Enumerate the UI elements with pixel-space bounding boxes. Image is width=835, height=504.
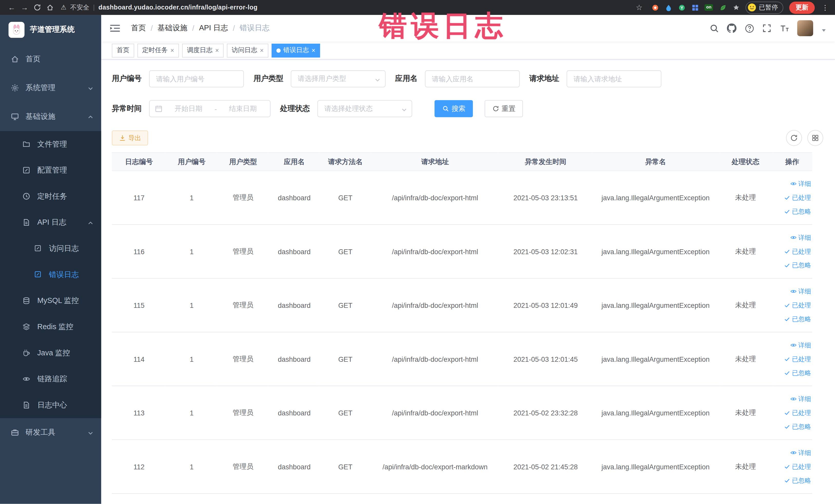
mark-processed-link[interactable]: 已处理 [772,244,811,258]
mark-processed-link[interactable]: 已处理 [772,406,811,420]
reload-icon[interactable] [31,2,44,13]
user-avatar[interactable] [797,20,813,36]
gear-icon [11,84,19,92]
mark-ignored-link[interactable]: 已忽略 [772,205,811,219]
profile-chip[interactable]: 已暂停 [746,1,783,14]
sidebar-item-redis-monitor[interactable]: Redis 监控 [0,314,101,340]
tab-home[interactable]: 首页 [112,43,134,57]
chrome-right-cluster: ☆ on 已暂停 更新 ⋮ [633,1,830,14]
detail-link[interactable]: 详细 [772,446,811,460]
breadcrumb-item-error-log: 错误日志 [240,23,269,33]
document-icon [22,218,31,227]
omnibox-divider: | [93,4,95,11]
font-size-icon[interactable] [779,23,789,33]
top-navbar: 首页 / 基础设施 / API 日志 / 错误日志 [101,15,835,42]
browser-menu-icon[interactable]: ⋮ [821,3,830,11]
omnibox[interactable]: ⚠ 不安全 | dashboard.yudao.iocoder.cn/infra… [61,3,258,12]
eye-icon [22,375,31,383]
export-button[interactable]: 导出 [112,130,148,145]
tab-close-icon[interactable]: × [260,47,264,54]
user-id-input[interactable] [149,70,244,87]
tab-close-icon[interactable]: × [312,47,315,54]
mark-ignored-label: 已忽略 [792,420,811,434]
tab-access-log[interactable]: 访问日志 × [227,43,268,57]
help-icon[interactable] [745,23,754,33]
back-icon[interactable]: ← [5,2,18,13]
search-icon[interactable] [709,23,719,33]
process-status-select[interactable]: 请选择处理状态 [317,100,412,117]
sidebar-item-config-management[interactable]: 配置管理 [0,157,101,183]
detail-link[interactable]: 详细 [772,177,811,191]
sidebar-item-scheduled-tasks[interactable]: 定时任务 [0,183,101,209]
request-url-input[interactable] [567,70,661,87]
breadcrumb-separator: / [192,24,194,32]
tab-error-log[interactable]: 错误日志 × [271,43,320,57]
mark-processed-link[interactable]: 已处理 [772,298,811,312]
mark-ignored-link[interactable]: 已忽略 [772,312,811,326]
tab-close-icon[interactable]: × [170,47,174,54]
date-range-picker[interactable]: 开始日期 - 结束日期 [149,100,270,117]
sidebar-item-file-management[interactable]: 文件管理 [0,131,101,157]
caret-down-icon[interactable] [821,26,827,31]
forward-icon[interactable]: → [18,2,31,13]
hamburger-icon[interactable] [109,24,120,32]
breadcrumb-item-home[interactable]: 首页 [131,23,146,33]
check-icon [784,463,790,470]
column-header-time: 异常发生时间 [499,153,592,171]
sidebar-item-home[interactable]: 首页 [0,45,101,74]
mark-ignored-link[interactable]: 已忽略 [772,258,811,272]
date-range-separator: - [215,105,217,113]
sidebar-item-access-log[interactable]: 访问日志 [0,236,101,262]
column-header-log-id: 日志编号 [112,153,166,171]
extension-on-badge[interactable]: on [705,4,713,11]
cell-time: 2021-05-03 12:02:31 [499,224,592,278]
mark-processed-link[interactable]: 已处理 [772,352,811,366]
detail-link[interactable]: 详细 [772,284,811,298]
extension-orange-icon[interactable] [651,4,659,11]
sidebar-item-infrastructure[interactable]: 基础设施 [0,102,101,131]
column-settings-button[interactable] [807,130,823,146]
mark-ignored-link[interactable]: 已忽略 [772,366,811,380]
extension-grid-icon[interactable] [691,4,699,11]
fullscreen-icon[interactable] [762,23,772,33]
mark-processed-link[interactable]: 已处理 [772,460,811,473]
search-button[interactable]: 搜索 [434,100,473,117]
refresh-table-button[interactable] [786,130,802,146]
reset-button-label: 重置 [502,104,515,114]
home-icon[interactable] [44,2,57,13]
sidebar-item-error-log[interactable]: 错误日志 [0,262,101,288]
extension-green-y-icon[interactable] [678,4,685,11]
url-text[interactable]: dashboard.yudao.iocoder.cn/infra/log/api… [99,4,258,11]
detail-link[interactable]: 详细 [772,338,811,352]
tab-close-icon[interactable]: × [215,47,219,54]
extension-star-icon[interactable] [732,4,740,11]
extension-leaf-icon[interactable] [719,4,727,11]
mark-ignored-link[interactable]: 已忽略 [772,473,811,487]
sidebar-item-system-management[interactable]: 系统管理 [0,74,101,102]
reset-button[interactable]: 重置 [485,100,523,117]
mark-ignored-link[interactable]: 已忽略 [772,420,811,434]
tab-scheduled-tasks[interactable]: 定时任务 × [137,43,179,57]
sidebar-item-mysql-monitor[interactable]: MySQL 监控 [0,287,101,314]
app-logo[interactable]: 芋道管理系统 [0,15,101,45]
github-icon[interactable] [727,23,736,33]
sidebar-item-link-tracing[interactable]: 链路追踪 [0,366,101,392]
detail-link[interactable]: 详细 [772,230,811,244]
check-icon [784,194,790,201]
breadcrumb-item-api-log[interactable]: API 日志 [199,23,228,33]
cell-status: 未处理 [719,171,772,225]
app-name-input[interactable] [425,70,520,87]
breadcrumb-item-infrastructure[interactable]: 基础设施 [158,23,187,33]
sidebar-item-java-monitor[interactable]: Java 监控 [0,340,101,366]
extension-drop-icon[interactable] [665,4,672,11]
detail-link[interactable]: 详细 [772,392,811,406]
update-button[interactable]: 更新 [789,1,815,14]
sidebar-item-log-center[interactable]: 日志中心 [0,392,101,418]
cell-time: 2021-05-03 12:01:45 [499,332,592,386]
mark-processed-link[interactable]: 已处理 [772,191,811,205]
tab-schedule-log[interactable]: 调度日志 × [182,43,224,57]
user-type-select[interactable]: 请选择用户类型 [291,70,386,87]
sidebar-item-dev-tools[interactable]: 研发工具 [0,418,101,447]
bookmark-star-icon[interactable]: ☆ [633,2,646,13]
sidebar-item-api-log[interactable]: API 日志 [0,209,101,236]
